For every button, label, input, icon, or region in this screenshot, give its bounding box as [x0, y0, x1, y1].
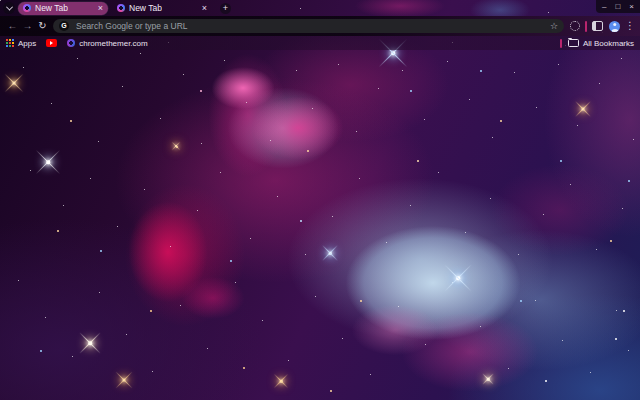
url-input[interactable]	[74, 20, 550, 32]
google-g-icon: G	[59, 21, 69, 31]
tab-close-icon[interactable]: ×	[98, 4, 103, 13]
menu-icon[interactable]: ⋮	[625, 16, 635, 36]
new-tab-button[interactable]: +	[220, 3, 231, 14]
site-favicon-icon	[117, 4, 125, 12]
forward-button[interactable]: →	[20, 16, 35, 36]
bookmarks-bar: Apps chromethemer.com All Bookmarks	[0, 36, 640, 50]
chromethemer-favicon-icon	[67, 39, 75, 47]
side-panel-icon[interactable]	[592, 21, 603, 31]
extensions-icon[interactable]	[570, 21, 580, 31]
all-bookmarks-button[interactable]: All Bookmarks	[568, 39, 634, 48]
back-button[interactable]: ←	[5, 16, 20, 36]
profile-avatar[interactable]	[609, 21, 620, 32]
apps-shortcut[interactable]: Apps	[6, 39, 36, 48]
window-controls: – □ ×	[596, 0, 640, 13]
tab-search-button[interactable]	[3, 2, 15, 14]
tab-new-tab-inactive[interactable]: New Tab ×	[112, 2, 212, 15]
all-bookmarks-label: All Bookmarks	[583, 39, 634, 48]
apps-label: Apps	[18, 39, 36, 48]
tab-title: New Tab	[129, 2, 162, 15]
folder-icon	[568, 39, 579, 47]
tab-title: New Tab	[35, 2, 68, 15]
apps-grid-icon	[6, 39, 14, 47]
reload-button[interactable]: ↻	[35, 16, 50, 36]
bookmark-star-icon[interactable]: ☆	[550, 19, 558, 33]
tab-strip: New Tab × New Tab × + – □ ×	[0, 0, 640, 16]
bookmark-chromethemer[interactable]: chromethemer.com	[67, 39, 147, 48]
minimize-button[interactable]: –	[602, 0, 606, 13]
omnibox[interactable]: G ☆	[53, 19, 564, 33]
maximize-button[interactable]: □	[615, 0, 620, 13]
toolbar: ← → ↻ G ☆ ⋮	[0, 16, 640, 36]
bookmarks-separator	[560, 39, 562, 48]
browser-chrome: New Tab × New Tab × + – □ × ← → ↻ G ☆ ⋮	[0, 0, 640, 50]
youtube-bookmark[interactable]	[46, 39, 57, 47]
tab-close-icon[interactable]: ×	[202, 4, 207, 13]
play-icon	[50, 41, 53, 45]
site-favicon-icon	[23, 4, 31, 12]
chevron-down-icon	[5, 3, 12, 10]
close-button[interactable]: ×	[629, 0, 634, 13]
bookmark-label: chromethemer.com	[79, 39, 147, 48]
nebula-wallpaper	[0, 0, 640, 400]
tab-new-tab-active[interactable]: New Tab ×	[18, 2, 108, 15]
toolbar-separator	[585, 21, 587, 32]
